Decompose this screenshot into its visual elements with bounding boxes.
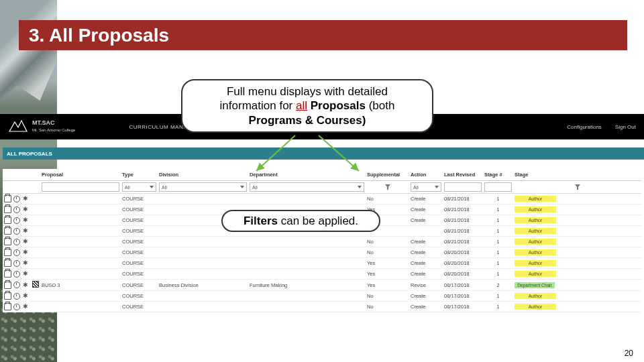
table-row[interactable]: ✱COURSENoCreate08/17/20181Author [3,302,641,312]
cell-stage: Author [513,291,641,302]
cell-action: Create [409,302,443,312]
cell-department [248,269,366,280]
print-icon[interactable] [4,206,11,213]
star-icon[interactable]: ✱ [23,304,29,310]
cell-action: Create [409,194,443,204]
filter-type[interactable]: All [122,182,156,192]
filter-last-revised[interactable] [444,182,482,192]
nav-configurations[interactable]: Configurations [567,124,602,130]
col-proposal[interactable]: Proposal [40,169,121,181]
history-icon[interactable] [13,239,20,245]
cell-action: Create [409,247,443,258]
print-icon[interactable] [4,303,11,310]
cell-action: Create [409,237,443,247]
nav-sign-out[interactable]: Sign Out [615,124,636,130]
star-icon[interactable]: ✱ [23,271,29,277]
cell-last-revised: 08/17/2018 [443,280,483,291]
history-icon[interactable] [13,217,20,224]
history-icon[interactable] [13,228,20,235]
history-icon[interactable] [13,260,20,267]
star-icon[interactable]: ✱ [23,196,29,202]
cell-stage: Author [513,226,641,237]
star-icon[interactable]: ✱ [23,206,29,213]
filter-supplemental-icon[interactable] [384,184,391,190]
cell-proposal [40,194,121,204]
col-stage-num[interactable]: Stage # [483,169,513,181]
cell-type: COURSE [121,247,158,258]
cell-supplemental: No [366,291,409,302]
cell-department [248,302,366,312]
table-row[interactable]: ✱COURSENoCreate08/21/20181Author [3,194,641,204]
col-type[interactable]: Type [121,169,158,181]
star-icon[interactable]: ✱ [23,239,29,245]
table-row[interactable]: ✱COURSEYesCreate08/20/20181Author [3,269,641,280]
cell-last-revised: 08/21/2018 [443,215,483,226]
table-row[interactable]: ✱COURSENoCreate08/17/20181Author [3,291,641,302]
stage-badge: Author [515,293,556,299]
filter-stage-num[interactable] [484,182,512,192]
star-icon[interactable]: ✱ [23,282,29,288]
stage-badge: Author [515,217,556,223]
table-row[interactable]: ✱BUSO 3COURSEBusiness DivisionFurniture … [3,280,641,291]
cell-department [248,247,366,258]
star-icon[interactable]: ✱ [23,293,29,299]
cell-last-revised: 08/21/2018 [443,237,483,247]
print-icon[interactable] [4,238,11,245]
col-division[interactable]: Division [158,169,248,181]
history-icon[interactable] [13,271,20,278]
star-icon[interactable]: ✱ [23,217,29,223]
cell-division [158,291,248,302]
history-icon[interactable] [13,304,20,310]
star-icon[interactable]: ✱ [23,260,29,266]
cell-type: COURSE [121,215,158,226]
print-icon[interactable] [4,292,11,300]
filter-action[interactable]: All [411,182,441,192]
cell-proposal [40,226,121,237]
history-icon[interactable] [13,293,20,300]
cell-supplemental: No [366,194,409,204]
cell-division [158,258,248,269]
cell-last-revised: 08/21/2018 [443,226,483,237]
star-icon[interactable]: ✱ [23,228,29,234]
stage-badge: Author [515,260,556,266]
cell-department [248,258,366,269]
cell-type: COURSE [121,226,158,237]
cell-action: Create [409,291,443,302]
print-icon[interactable] [4,227,11,235]
star-icon[interactable]: ✱ [23,249,29,255]
col-stage[interactable]: Stage [513,169,641,181]
history-icon[interactable] [13,196,20,202]
col-supplemental[interactable]: Supplemental [366,169,409,181]
cell-supplemental: No [366,237,409,247]
col-last-revised[interactable]: Last Revised [443,169,483,181]
stage-badge: Author [515,271,556,277]
print-icon[interactable] [4,282,11,289]
mtsac-logo[interactable]: MT.SACMt. San Antonio College [8,117,75,137]
svg-line-1 [319,135,359,171]
cell-last-revised: 08/20/2018 [443,247,483,258]
table-row[interactable]: ✱COURSEYesCreate08/20/20181Author [3,258,641,269]
cell-proposal [40,215,121,226]
history-icon[interactable] [13,282,20,288]
print-icon[interactable] [4,249,11,256]
filter-stage-icon[interactable] [574,184,581,190]
history-icon[interactable] [13,206,20,213]
stage-badge: Author [515,228,556,234]
history-icon[interactable] [13,249,20,256]
print-icon[interactable] [4,217,11,224]
table-row[interactable]: ✱COURSENoCreate08/20/20181Author [3,247,641,258]
print-icon[interactable] [4,195,11,202]
filter-department[interactable]: All [250,182,364,192]
cell-stage: Author [513,237,641,247]
cell-supplemental: Yes [366,258,409,269]
filter-division[interactable]: All [159,182,247,192]
flag-icon[interactable] [32,281,39,288]
filter-proposal[interactable] [42,182,119,192]
table-row[interactable]: ✱COURSENoCreate08/21/20181Author [3,237,641,247]
print-icon[interactable] [4,270,11,278]
print-icon[interactable] [4,259,11,267]
svg-line-0 [256,135,295,171]
stage-badge: Author [515,196,556,202]
col-action[interactable]: Action [409,169,443,181]
cell-action [409,226,443,237]
